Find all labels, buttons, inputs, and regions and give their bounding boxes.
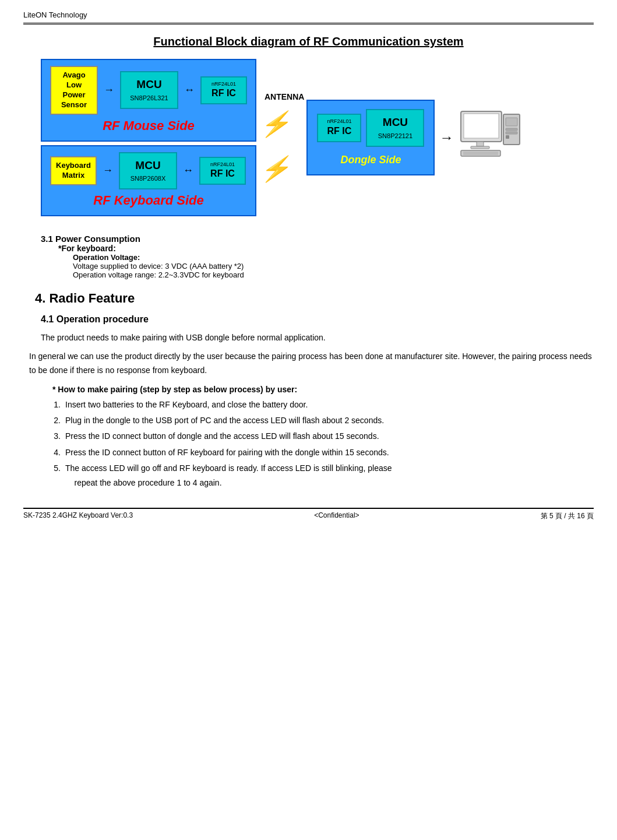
voltage-line2: Operation voltage range: 2.2~3.3VDC for … xyxy=(73,270,594,279)
antenna-label: ANTENNA xyxy=(265,92,304,101)
svg-rect-5 xyxy=(506,118,517,126)
power-title: 3.1 Power Consumption xyxy=(41,234,594,244)
sensor-line2: Low Power xyxy=(62,80,85,99)
left-diagram-block: Avago Low Power Sensor → MCU SN8P26L321 … xyxy=(41,59,256,216)
step-item-4: 4. Press the ID connect button of RF key… xyxy=(47,445,594,460)
footer-right: 第 5 頁 / 共 16 頁 xyxy=(541,511,594,521)
section41-title: 4.1 Operation procedure xyxy=(41,314,594,325)
company-header: LiteON Technology xyxy=(23,10,594,19)
matrix-line1: Keyboard xyxy=(56,161,91,170)
dongle-label: Dongle Side xyxy=(340,154,401,166)
dongle-rfic-label: RF IC xyxy=(327,126,352,136)
keyboard-mcu-box: MCU SN8P2608X xyxy=(119,152,177,190)
computer-illustration xyxy=(458,108,522,167)
svg-rect-1 xyxy=(464,114,499,138)
rf-keyboard-label: RF Keyboard Side xyxy=(50,193,247,208)
step-item-3: 3. Press the ID connect button of dongle… xyxy=(47,429,594,444)
matrix-line2: Matrix xyxy=(62,171,84,180)
mouse-mcu-sub: SN8P26L321 xyxy=(130,94,168,101)
mouse-nrf-label: nRF24L01 xyxy=(207,81,240,88)
rf-mouse-side-box: Avago Low Power Sensor → MCU SN8P26L321 … xyxy=(41,59,256,142)
sensor-box: Avago Low Power Sensor xyxy=(50,66,98,115)
mouse-mcu-label: MCU xyxy=(136,78,161,90)
mouse-mcu-box: MCU SN8P26L321 xyxy=(120,71,178,109)
step-num-1: 1. xyxy=(47,398,61,412)
step-text-4: Press the ID connect button of RF keyboa… xyxy=(65,445,389,460)
diagram-title: Functional Block diagram of RF Communica… xyxy=(23,35,594,48)
keyboard-matrix-box: Keyboard Matrix xyxy=(50,156,97,185)
arrow-sensor-mcu: → xyxy=(104,84,114,96)
keyboard-mcu-label: MCU xyxy=(135,159,160,171)
step-text-2: Plug in the dongle to the USB port of PC… xyxy=(65,413,384,428)
keyboard-nrf-label: nRF24L01 xyxy=(206,161,239,168)
dongle-to-pc-arrow: → xyxy=(439,129,453,146)
section4-title: 4. Radio Feature xyxy=(35,291,594,306)
footer-left: SK-7235 2.4GHZ Keyboard Ver:0.3 xyxy=(23,511,133,521)
block-diagram: Avago Low Power Sensor → MCU SN8P26L321 … xyxy=(41,59,594,216)
keyboard-rfic-label: RF IC xyxy=(210,168,235,178)
sensor-line3: Sensor xyxy=(61,100,87,109)
keyboard-rfic-box: nRF24L01 RF IC xyxy=(199,157,246,185)
svg-rect-8 xyxy=(506,135,509,139)
dongle-mcu-sub: SN8P22121 xyxy=(378,132,412,139)
arrow-mcu-rfic-keyboard: ↔ xyxy=(183,164,193,177)
step-item-5: 5. The access LED will go off and RF key… xyxy=(47,461,594,490)
arrow-mcu-rfic-mouse: ↔ xyxy=(184,84,195,96)
svg-rect-10 xyxy=(463,152,498,155)
step-text-5: The access LED will go off and RF keyboa… xyxy=(65,461,392,490)
svg-rect-7 xyxy=(506,132,517,134)
step-list: 1. Insert two batteries to the RF Keyboa… xyxy=(47,398,594,490)
step-num-3: 3. xyxy=(47,429,61,444)
dongle-mcu-box: MCU SN8P22121 xyxy=(366,109,424,147)
svg-rect-2 xyxy=(477,142,484,146)
step-item-1: 1. Insert two batteries to the RF Keyboa… xyxy=(47,398,594,412)
rf-signal-bottom: ⚡ xyxy=(260,154,290,183)
section41-para1: The product needs to make pairing with U… xyxy=(41,332,594,344)
step-item-2: 2. Plug in the dongle to the USB port of… xyxy=(47,413,594,428)
dongle-nrf-label: nRF24L01 xyxy=(324,118,354,125)
voltage-line1: Voltage supplied to device: 3 VDC (AAA b… xyxy=(73,262,594,270)
mouse-rfic-label: RF IC xyxy=(211,88,236,98)
dongle-side-box: nRF24L01 RF IC MCU SN8P22121 Dongle Side xyxy=(306,100,435,175)
mouse-rfic-box: nRF24L01 RF IC xyxy=(200,76,247,104)
power-for-keyboard: *For keyboard: xyxy=(58,244,594,253)
svg-rect-3 xyxy=(471,146,489,149)
step-num-4: 4. xyxy=(47,445,61,460)
dongle-rfic-box: nRF24L01 RF IC xyxy=(317,114,361,142)
rf-signal-top: ⚡ xyxy=(260,110,290,138)
sensor-line1: Avago xyxy=(62,71,85,79)
step-num-5: 5. xyxy=(47,461,61,490)
step-text-3: Press the ID connect button of dongle an… xyxy=(65,429,379,444)
header-divider xyxy=(23,23,594,24)
how-to-title: * How to make pairing (step by step as b… xyxy=(52,385,594,394)
power-section: 3.1 Power Consumption *For keyboard: Ope… xyxy=(41,234,594,279)
svg-rect-6 xyxy=(506,128,517,131)
step-text-1: Insert two batteries to the RF Keyboard,… xyxy=(65,398,308,412)
arrow-matrix-mcu: → xyxy=(103,164,113,177)
section41-para2: In general we can use the product direct… xyxy=(29,350,594,378)
keyboard-mcu-sub: SN8P2608X xyxy=(131,175,166,182)
rf-keyboard-side-box: Keyboard Matrix → MCU SN8P2608X ↔ nRF24L… xyxy=(41,145,256,217)
dongle-mcu-label: MCU xyxy=(383,116,408,128)
step-num-2: 2. xyxy=(47,413,61,428)
footer-center: <Confidential> xyxy=(314,511,359,521)
footer: SK-7235 2.4GHZ Keyboard Ver:0.3 <Confide… xyxy=(23,508,594,521)
rf-mouse-label: RF Mouse Side xyxy=(50,118,247,133)
operation-voltage-label: Operation Voltage: xyxy=(73,253,594,262)
